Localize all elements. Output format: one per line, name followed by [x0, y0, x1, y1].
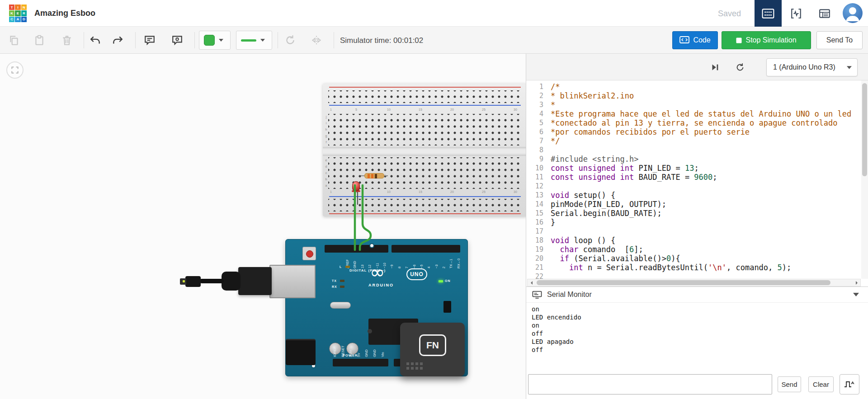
collapse-chevron-icon[interactable]	[853, 293, 859, 296]
digital-header-strip	[392, 245, 460, 253]
power-header-strip	[333, 359, 388, 366]
code-line: 2* blinkSerial2.ino	[526, 91, 868, 100]
note-bubble-icon	[144, 34, 156, 46]
send-to-label: Send To	[826, 36, 853, 44]
notes-button[interactable]	[140, 30, 160, 50]
usb-cable-connector[interactable]	[238, 267, 272, 295]
usb-cable-contact	[183, 280, 185, 282]
clear-button-label: Clear	[813, 380, 829, 388]
code-button-label: Code	[693, 36, 710, 44]
waveform-icon	[844, 380, 855, 389]
paste-button[interactable]	[29, 30, 49, 50]
logo-tile: N	[21, 5, 27, 10]
usb-cable-wire	[199, 279, 224, 283]
breadboard-holes	[328, 114, 522, 146]
fit-view-icon	[10, 66, 19, 75]
paste-icon	[33, 34, 45, 46]
tinkercad-app: TINKERCAD Amazing Esboo Saved	[0, 0, 868, 399]
wire-type-dropdown[interactable]	[236, 31, 272, 50]
serial-input[interactable]	[528, 374, 772, 394]
tinkercad-logo[interactable]: TINKERCAD	[9, 5, 27, 22]
crystal-oscillator	[330, 302, 351, 309]
component-list-button[interactable]	[815, 6, 835, 21]
fn-key-label: FN	[419, 334, 446, 356]
usb-port	[269, 265, 316, 298]
redo-button[interactable]	[108, 30, 127, 50]
led-tx	[340, 280, 344, 282]
scrollbar-thumb[interactable]	[537, 280, 830, 285]
chevron-down-icon	[847, 66, 852, 69]
circuit-canvas[interactable]: 151015202530 jihgf edcba 151015202530	[0, 54, 526, 399]
uno-model-label: UNO	[406, 268, 427, 280]
circuits-view-button[interactable]	[755, 0, 782, 27]
annotation-visibility-icon	[171, 34, 183, 46]
delete-button[interactable]	[57, 30, 77, 50]
mirror-button[interactable]	[307, 30, 326, 50]
code-button[interactable]: Code	[672, 31, 718, 49]
copy-button[interactable]	[4, 30, 24, 50]
icsp-header	[443, 301, 451, 313]
logo-tile: A	[15, 17, 20, 22]
schematic-icon	[790, 8, 802, 19]
resistor-component[interactable]	[361, 173, 388, 179]
code-panel: 1 (Arduino Uno R3) 1/*2* blinkSerial2.in…	[526, 54, 868, 399]
code-line: 1/*	[526, 82, 868, 91]
power-pin-labels: IOREFRESET3.3V5VGNDGNDVin	[333, 342, 390, 357]
code-line: 10const unsigned int PIN_LED = 13;	[526, 164, 868, 173]
send-to-button[interactable]: Send To	[816, 31, 863, 49]
code-line: 8	[526, 146, 868, 155]
step-icon	[710, 62, 720, 72]
code-horizontal-scrollbar[interactable]	[527, 279, 861, 286]
undo-button[interactable]	[85, 30, 105, 50]
schematic-view-button[interactable]	[786, 6, 806, 21]
breadboard-channel	[323, 147, 526, 156]
app-header: TINKERCAD Amazing Esboo Saved	[0, 0, 868, 27]
code-panel-toolbar: 1 (Arduino Uno R3)	[526, 54, 868, 80]
code-line: 13void setup() {	[526, 191, 868, 200]
power-rail-negative	[329, 105, 521, 106]
led-l	[345, 266, 350, 268]
clear-button[interactable]: Clear	[808, 376, 834, 392]
simulator-time: Simulator time: 00:01:02	[340, 36, 423, 45]
component-color-dropdown[interactable]	[199, 31, 231, 50]
led-on	[439, 280, 443, 282]
board-selector-dropdown[interactable]: 1 (Arduino Uno R3)	[766, 58, 858, 76]
user-avatar[interactable]	[843, 3, 863, 23]
send-button[interactable]: Send	[778, 376, 801, 392]
breadboard-icon	[762, 8, 774, 19]
reset-button[interactable]	[302, 247, 316, 260]
code-line: 17	[526, 227, 868, 236]
zoom-to-fit-button[interactable]	[6, 61, 24, 79]
resistor-body	[364, 173, 384, 178]
code-line: 11const unsigned int BAUD_RATE = 9600;	[526, 173, 868, 182]
code-editor[interactable]: 1/*2* blinkSerial2.ino3*4*Este programa …	[526, 80, 868, 286]
led-component[interactable]	[352, 181, 361, 205]
toolbar-divider	[194, 32, 195, 48]
serial-monitor-header[interactable]: Serial Monitor	[526, 286, 868, 303]
scroll-right-arrow[interactable]	[853, 279, 860, 286]
serial-plotter-button[interactable]	[840, 374, 859, 394]
main-toolbar: Simulator time: 00:01:02 Code Stop Simul…	[0, 27, 868, 54]
power-rail-positive	[329, 87, 521, 88]
tx-label: TX	[332, 279, 337, 282]
code-vertical-scrollbar[interactable]	[861, 80, 868, 279]
step-debug-button[interactable]	[707, 60, 722, 75]
wire-swatch	[241, 39, 256, 42]
power-section-label: POWER	[343, 353, 358, 357]
code-lines: 1/*2* blinkSerial2.ino3*4*Este programa …	[526, 80, 868, 281]
fn-key-overlay[interactable]: FN	[400, 323, 465, 376]
serial-monitor-title: Serial Monitor	[547, 291, 592, 299]
trash-icon	[61, 34, 73, 46]
scrollbar-thumb[interactable]	[862, 83, 867, 176]
save-status: Saved	[718, 9, 741, 19]
code-line: 14pinMode(PIN_LED, OUTPUT);	[526, 200, 868, 209]
stop-simulation-button[interactable]: Stop Simulation	[722, 31, 811, 49]
code-line: 20 if (Serial.available()>0){	[526, 254, 868, 263]
scroll-left-arrow[interactable]	[528, 279, 535, 286]
rotate-button[interactable]	[280, 30, 300, 50]
toggle-annotations-button[interactable]	[167, 30, 187, 50]
code-line: 7*/	[526, 136, 868, 146]
stop-button-label: Stop Simulation	[745, 36, 796, 44]
code-line: 21 int n = Serial.readBytesUntil('\n', c…	[526, 263, 868, 272]
restart-simulation-button[interactable]	[732, 60, 748, 75]
